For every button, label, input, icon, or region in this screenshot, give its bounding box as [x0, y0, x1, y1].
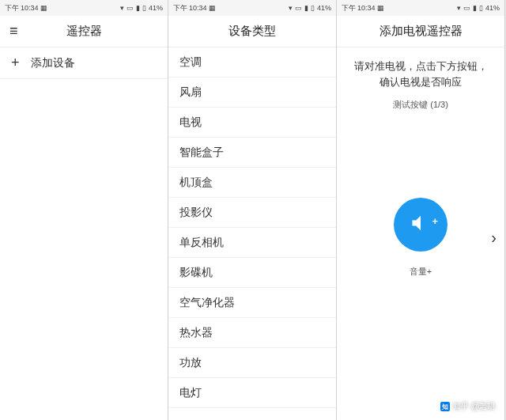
test-key-progress: 测试按键 (1/3) [337, 99, 504, 111]
status-bar: 下午 10:34 ▦ ▾ ▭ ▮ ▯ 41% [0, 0, 168, 16]
phone-screen-add-tv-remote: 下午 10:34 ▦ ▾ ▭ ▮ ▯ 41% 添加电视遥控器 请对准电视，点击下… [337, 0, 505, 420]
list-item-label: 投影仪 [179, 206, 213, 220]
list-item-label: 智能盒子 [179, 146, 224, 160]
signal-icon: ▮ [136, 5, 140, 12]
menu-icon[interactable]: ≡ [9, 23, 18, 40]
list-item-label: 电视 [179, 115, 202, 130]
device-type-item[interactable]: 单反相机 [168, 228, 336, 258]
list-item-label: 热水器 [179, 326, 213, 340]
list-item-label: 电灯 [179, 386, 202, 400]
watermark: 知 知乎 @老胡 [440, 401, 495, 412]
battery-icon: ▯ [142, 5, 146, 12]
battery-text: 41% [485, 5, 500, 12]
hd-icon: ▭ [463, 5, 470, 12]
device-type-item[interactable]: 风扇 [168, 78, 336, 108]
time-prefix: 下午 [173, 5, 187, 12]
volume-up-test-button[interactable]: + [394, 198, 447, 252]
list-item-label: 影碟机 [179, 266, 213, 280]
test-button-area: + › 音量+ [337, 198, 504, 278]
time-prefix: 下午 [5, 5, 19, 12]
device-type-item[interactable]: 功放 [168, 348, 336, 378]
phone-screen-remote-list: 下午 10:34 ▦ ▾ ▭ ▮ ▯ 41% ≡ 遥控器 + 添加设备 [0, 0, 168, 420]
wifi-icon: ▾ [120, 5, 124, 12]
hd-icon: ▭ [126, 5, 134, 12]
page-title: 设备类型 [228, 24, 276, 39]
list-item-label: 功放 [179, 356, 202, 370]
page-title: 添加电视遥控器 [380, 24, 463, 39]
list-item-label: 空调 [179, 55, 202, 70]
device-type-item[interactable]: 热水器 [168, 318, 336, 348]
watermark-text: 知乎 @老胡 [453, 401, 495, 412]
time-prefix: 下午 [342, 5, 356, 12]
zhihu-logo-icon: 知 [440, 402, 450, 411]
time-text: 10:34 [189, 5, 207, 12]
signal-icon: ▮ [473, 5, 477, 12]
device-type-item[interactable]: 电灯 [168, 378, 336, 408]
device-type-item[interactable]: 空调 [168, 47, 336, 78]
plus-icon: + [11, 55, 20, 71]
title-bar: 添加电视遥控器 [337, 16, 504, 47]
hd-icon: ▭ [295, 5, 302, 12]
title-bar: ≡ 遥控器 [0, 16, 168, 47]
battery-text: 41% [149, 5, 163, 12]
device-type-list: 空调 风扇 电视 智能盒子 机顶盒 投影仪 单反相机 影碟机 空气净化器 热水器… [168, 47, 336, 420]
content-area: 请对准电视，点击下方按钮，确认电视是否响应 测试按键 (1/3) + › 音量+ [337, 47, 504, 420]
wifi-icon: ▾ [457, 5, 461, 12]
plus-icon: + [432, 215, 438, 227]
instruction-text: 请对准电视，点击下方按钮，确认电视是否响应 [337, 47, 504, 94]
signal-icon: ▮ [304, 5, 308, 12]
title-bar: 设备类型 [168, 16, 336, 47]
list-item-label: 单反相机 [179, 236, 224, 250]
battery-icon: ▯ [311, 5, 315, 12]
button-label: 音量+ [410, 266, 432, 278]
list-item-label: 机顶盒 [179, 176, 213, 190]
battery-text: 41% [317, 5, 331, 12]
time-text: 10:34 [21, 5, 39, 12]
add-device-label: 添加设备 [31, 56, 75, 70]
status-bar: 下午 10:34 ▦ ▾ ▭ ▮ ▯ 41% [168, 0, 336, 16]
app-indicator-icon: ▦ [377, 5, 384, 12]
device-type-item[interactable]: 空气净化器 [168, 288, 336, 318]
speaker-icon [410, 212, 432, 237]
time-text: 10:34 [357, 5, 376, 12]
device-type-item[interactable]: 电视 [168, 108, 336, 138]
device-type-item[interactable]: 智能盒子 [168, 138, 336, 168]
page-title: 遥控器 [66, 24, 102, 39]
phone-screen-device-types: 下午 10:34 ▦ ▾ ▭ ▮ ▯ 41% 设备类型 空调 风扇 电视 智能盒… [168, 0, 337, 420]
list-item-label: 空气净化器 [179, 296, 235, 310]
wifi-icon: ▾ [289, 5, 293, 12]
add-device-row[interactable]: + 添加设备 [0, 47, 168, 79]
app-indicator-icon: ▦ [209, 5, 216, 12]
next-button[interactable]: › [491, 229, 497, 247]
list-item-label: 风扇 [179, 85, 202, 100]
battery-icon: ▯ [479, 5, 483, 12]
device-type-item[interactable]: 影碟机 [168, 258, 336, 288]
status-bar: 下午 10:34 ▦ ▾ ▭ ▮ ▯ 41% [337, 0, 504, 16]
content-area: + 添加设备 [0, 47, 168, 420]
device-type-item[interactable]: 投影仪 [168, 198, 336, 228]
device-type-item[interactable]: 机顶盒 [168, 168, 336, 198]
app-indicator-icon: ▦ [40, 5, 47, 12]
